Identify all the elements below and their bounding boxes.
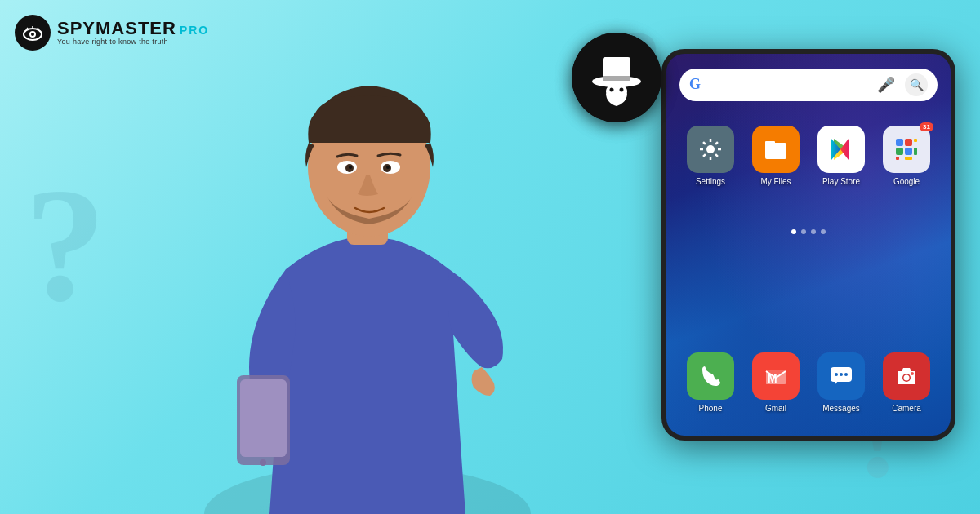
messages-label: Messages (822, 404, 860, 413)
gmail-label: Gmail (765, 404, 786, 413)
google-g-logo: G (689, 76, 707, 94)
messages-app-icon[interactable] (817, 352, 865, 400)
spy-badge (572, 33, 662, 122)
phone-screen: G 🎤 🔍 Settings M (666, 54, 951, 436)
dot-4 (821, 229, 826, 234)
phone-label: Phone (699, 404, 723, 413)
svg-point-29 (619, 87, 623, 91)
google-badge: 31 (920, 122, 933, 131)
app-item-google[interactable]: 31 Google (877, 126, 936, 186)
gmail-app-icon[interactable]: M (752, 352, 800, 400)
svg-marker-36 (840, 139, 849, 160)
svg-rect-32 (765, 141, 775, 146)
svg-point-14 (349, 166, 352, 169)
phone-app-icon[interactable] (687, 352, 734, 400)
dock-gmail[interactable]: M Gmail (746, 352, 805, 413)
svg-point-49 (840, 373, 843, 376)
svg-point-50 (844, 373, 848, 376)
svg-text:M: M (768, 372, 777, 385)
settings-app-icon[interactable] (687, 126, 734, 173)
dock-phone[interactable]: Phone (681, 352, 740, 413)
svg-rect-43 (914, 148, 917, 155)
svg-point-53 (911, 372, 914, 375)
spy-silhouette-icon (586, 47, 648, 109)
microphone-icon[interactable]: 🎤 (877, 76, 895, 94)
svg-point-30 (706, 145, 715, 153)
person-figure (163, 8, 572, 514)
google-app-icon[interactable]: 31 (883, 126, 930, 173)
svg-point-52 (904, 375, 910, 381)
svg-point-15 (386, 166, 390, 169)
dock-messages[interactable]: Messages (812, 352, 871, 413)
settings-label: Settings (696, 177, 725, 186)
playstore-label: Play Store (822, 177, 860, 186)
svg-rect-40 (896, 148, 903, 155)
page-dots (666, 229, 951, 234)
app-item-playstore[interactable]: Play Store (812, 126, 871, 186)
svg-point-18 (260, 459, 266, 466)
myfiles-label: My Files (760, 177, 791, 186)
background: ? ? ? SPYMASTER PRO You have right to kn… (0, 0, 980, 514)
svg-rect-44 (905, 157, 912, 160)
myfiles-app-icon[interactable] (752, 126, 800, 173)
svg-point-28 (609, 87, 613, 91)
lens-icon[interactable]: 🔍 (905, 73, 928, 96)
svg-rect-26 (603, 76, 630, 81)
svg-rect-37 (896, 139, 903, 146)
logo-icon (15, 15, 51, 51)
dot-1 (791, 229, 796, 234)
eye-icon (18, 18, 47, 47)
app-grid: Settings My Files (675, 119, 942, 193)
google-label: Google (893, 177, 920, 186)
svg-rect-17 (240, 379, 287, 457)
app-item-myfiles[interactable]: My Files (746, 126, 805, 186)
app-item-settings[interactable]: Settings (681, 126, 740, 186)
dot-3 (811, 229, 816, 234)
question-mark-left: ? (24, 163, 106, 326)
svg-rect-39 (914, 139, 917, 142)
svg-point-48 (835, 373, 838, 376)
phone-mockup: G 🎤 🔍 Settings M (662, 49, 956, 441)
svg-point-3 (31, 33, 34, 36)
search-bar[interactable]: G 🎤 🔍 (679, 69, 938, 101)
svg-rect-41 (905, 148, 912, 155)
dot-2 (801, 229, 806, 234)
svg-rect-38 (905, 139, 912, 146)
playstore-app-icon[interactable] (817, 126, 865, 173)
dock-camera[interactable]: Camera (877, 352, 936, 413)
camera-app-icon[interactable] (883, 352, 930, 400)
person-area (131, 0, 604, 514)
svg-rect-42 (896, 157, 899, 160)
camera-label: Camera (892, 404, 921, 413)
bottom-dock: Phone M Gmail (675, 346, 942, 419)
